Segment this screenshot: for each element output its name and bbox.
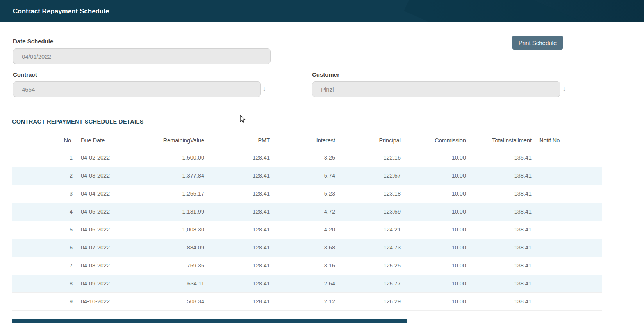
table-row: 104-02-20221,500.00128.413.25122.1610.00… bbox=[12, 149, 602, 167]
table-cell: 125.77 bbox=[335, 275, 401, 292]
table-cell: 04-04-2022 bbox=[73, 185, 139, 203]
contract-dropdown-arrow-icon[interactable]: ↓ bbox=[262, 85, 266, 92]
table-cell: 634.11 bbox=[139, 275, 204, 292]
column-header: PMT bbox=[204, 132, 270, 149]
table-row: 404-05-20221,131.99128.414.72123.6910.00… bbox=[12, 203, 602, 221]
table-cell: 04-09-2022 bbox=[73, 275, 139, 292]
table-cell: 8 bbox=[12, 275, 73, 292]
table-cell: 5.74 bbox=[270, 167, 335, 185]
column-header: Interest bbox=[270, 132, 335, 149]
table-cell: 128.41 bbox=[204, 239, 270, 257]
table-cell: 6 bbox=[12, 239, 73, 257]
table-cell: 3.25 bbox=[270, 149, 335, 167]
table-cell: 04-05-2022 bbox=[73, 203, 139, 221]
table-cell: 2 bbox=[12, 167, 73, 185]
table-cell: 123.18 bbox=[335, 185, 401, 203]
table-cell bbox=[532, 275, 602, 292]
table-cell: 5 bbox=[12, 221, 73, 239]
table-cell: 1,131.99 bbox=[139, 203, 204, 221]
table-cell: 04-07-2022 bbox=[73, 239, 139, 257]
contract-label: Contract bbox=[13, 71, 37, 78]
column-header: RemainingValue bbox=[139, 132, 204, 149]
table-cell: 138.41 bbox=[466, 292, 532, 310]
table-cell bbox=[532, 167, 602, 185]
table-cell: 10.00 bbox=[401, 221, 466, 239]
table-cell bbox=[532, 149, 602, 167]
table-cell: 128.41 bbox=[204, 257, 270, 275]
table-cell: 1,008.30 bbox=[139, 221, 204, 239]
table-cell: 122.67 bbox=[335, 167, 401, 185]
column-header: TotalInstallment bbox=[466, 132, 532, 149]
table-cell: 138.41 bbox=[466, 221, 532, 239]
table-cell: 7 bbox=[12, 257, 73, 275]
table-cell: 5.23 bbox=[270, 185, 335, 203]
table-cell: 10.00 bbox=[401, 292, 466, 310]
table-cell: 1,255.17 bbox=[139, 185, 204, 203]
page: Contract Repayment Schedule Print Schedu… bbox=[0, 0, 644, 323]
table-cell: 4.72 bbox=[270, 203, 335, 221]
print-schedule-button[interactable]: Print Schedule bbox=[512, 36, 563, 50]
table-cell: 123.69 bbox=[335, 203, 401, 221]
table-cell: 2.64 bbox=[270, 275, 335, 292]
table-cell: 138.41 bbox=[466, 185, 532, 203]
table-cell: 138.41 bbox=[466, 275, 532, 292]
column-header: Notif.No. bbox=[532, 132, 602, 149]
customer-label: Customer bbox=[312, 71, 339, 78]
table-cell: 1,377.84 bbox=[139, 167, 204, 185]
date-schedule-input[interactable] bbox=[13, 48, 271, 64]
table-row: 904-10-2022508.34128.412.12126.2910.0013… bbox=[12, 292, 602, 310]
table-row: 604-07-2022884.09128.413.68124.7310.0013… bbox=[12, 239, 602, 257]
table-cell: 10.00 bbox=[401, 185, 466, 203]
table-cell: 3 bbox=[12, 185, 73, 203]
table-cell: 9 bbox=[12, 292, 73, 310]
table-cell: 04-06-2022 bbox=[73, 221, 139, 239]
table-cell: 10.00 bbox=[401, 167, 466, 185]
table-header-row: No.Due DateRemainingValuePMTInterestPrin… bbox=[12, 132, 602, 149]
table-cell: 128.41 bbox=[204, 221, 270, 239]
table-cell bbox=[532, 239, 602, 257]
table-row: 704-08-2022759.36128.413.16125.2510.0013… bbox=[12, 257, 602, 275]
page-title: Contract Repayment Schedule bbox=[13, 7, 109, 15]
table-cell: 125.25 bbox=[335, 257, 401, 275]
table-cell: 04-10-2022 bbox=[73, 292, 139, 310]
table-cell: 04-08-2022 bbox=[73, 257, 139, 275]
table-cell: 135.41 bbox=[466, 149, 532, 167]
table-cell: 04-02-2022 bbox=[73, 149, 139, 167]
table-cell: 10.00 bbox=[401, 203, 466, 221]
table-cell: 128.41 bbox=[204, 185, 270, 203]
bottom-partial-bar bbox=[12, 319, 407, 323]
table-cell: 3.68 bbox=[270, 239, 335, 257]
column-header: No. bbox=[12, 132, 73, 149]
table-cell: 4.20 bbox=[270, 221, 335, 239]
table-row: 204-03-20221,377.84128.415.74122.6710.00… bbox=[12, 167, 602, 185]
table-cell bbox=[532, 257, 602, 275]
table-cell: 122.16 bbox=[335, 149, 401, 167]
table-cell bbox=[532, 221, 602, 239]
table-cell: 10.00 bbox=[401, 257, 466, 275]
table-cell: 138.41 bbox=[466, 167, 532, 185]
contract-input[interactable] bbox=[13, 81, 261, 97]
app-header: Contract Repayment Schedule bbox=[0, 0, 644, 22]
column-header: Commission bbox=[401, 132, 466, 149]
table-cell: 128.41 bbox=[204, 292, 270, 310]
table-cell: 10.00 bbox=[401, 239, 466, 257]
table-cell: 138.41 bbox=[466, 257, 532, 275]
table-cell: 10.00 bbox=[401, 275, 466, 292]
column-header: Principal bbox=[335, 132, 401, 149]
table-cell: 128.41 bbox=[204, 203, 270, 221]
table-cell: 884.09 bbox=[139, 239, 204, 257]
customer-input[interactable] bbox=[312, 81, 560, 97]
customer-dropdown-arrow-icon[interactable]: ↓ bbox=[562, 85, 566, 92]
table-cell bbox=[532, 185, 602, 203]
repayment-schedule-table: No.Due DateRemainingValuePMTInterestPrin… bbox=[12, 132, 602, 311]
table-cell: 1,500.00 bbox=[139, 149, 204, 167]
table-cell: 128.41 bbox=[204, 167, 270, 185]
table-cell: 124.21 bbox=[335, 221, 401, 239]
table-cell: 124.73 bbox=[335, 239, 401, 257]
table-cell: 128.41 bbox=[204, 275, 270, 292]
table-cell: 4 bbox=[12, 203, 73, 221]
table-cell bbox=[532, 292, 602, 310]
table-cell bbox=[532, 203, 602, 221]
table-cell: 10.00 bbox=[401, 149, 466, 167]
table-cell: 04-03-2022 bbox=[73, 167, 139, 185]
